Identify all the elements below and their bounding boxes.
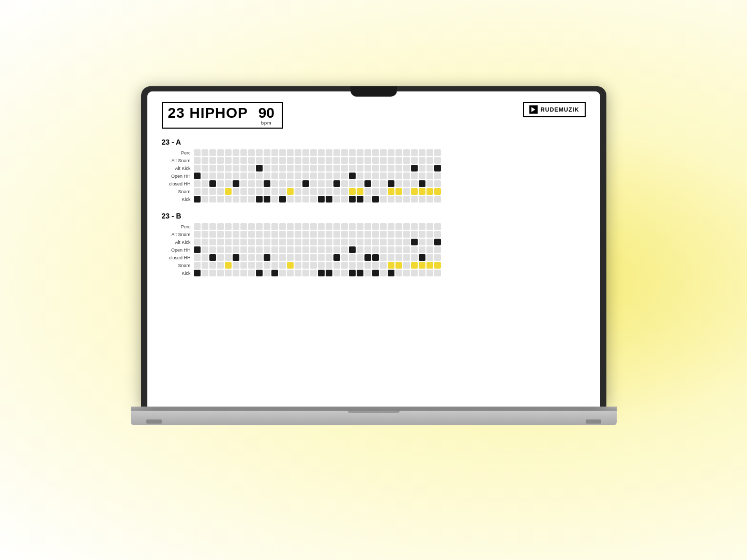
beat-cell[interactable] [233,173,239,179]
beat-cell[interactable] [388,239,394,245]
beat-cell[interactable] [310,231,317,238]
beat-cell[interactable] [357,188,363,195]
beat-cell[interactable] [240,165,247,172]
beat-cell[interactable] [364,180,371,187]
beat-cell[interactable] [240,223,247,230]
beat-cell[interactable] [426,180,433,187]
beat-cell[interactable] [225,173,232,179]
beat-cell[interactable] [295,239,301,245]
beat-cell[interactable] [264,262,270,269]
beat-cell[interactable] [233,188,239,195]
beat-cell[interactable] [364,270,371,276]
beat-cell[interactable] [341,239,348,245]
beat-cell[interactable] [388,180,394,187]
beat-cell[interactable] [279,254,286,261]
beat-cell[interactable] [364,149,371,156]
beat-cell[interactable] [326,149,332,156]
beat-cell[interactable] [194,231,201,238]
beat-cell[interactable] [434,149,441,156]
beat-cell[interactable] [302,180,309,187]
beat-cell[interactable] [388,196,394,203]
beat-cell[interactable] [364,254,371,261]
beat-cell[interactable] [388,223,394,230]
beat-cell[interactable] [419,157,425,164]
beat-cell[interactable] [225,180,232,187]
beat-cell[interactable] [302,165,309,172]
beat-cell[interactable] [295,157,301,164]
beat-cell[interactable] [395,262,402,269]
beat-cell[interactable] [240,196,247,203]
beat-cell[interactable] [209,270,216,276]
beat-cell[interactable] [233,262,239,269]
beat-cell[interactable] [248,157,255,164]
beat-cell[interactable] [411,180,418,187]
beat-cell[interactable] [225,231,232,238]
beat-cell[interactable] [380,246,387,253]
beat-cell[interactable] [225,157,232,164]
beat-cell[interactable] [271,246,278,253]
beat-cell[interactable] [233,270,239,276]
beat-cell[interactable] [333,149,340,156]
beat-cell[interactable] [225,262,232,269]
beat-cell[interactable] [318,254,325,261]
beat-cell[interactable] [194,239,201,245]
beat-cell[interactable] [426,173,433,179]
beat-cell[interactable] [357,196,363,203]
beat-cell[interactable] [411,196,418,203]
beat-cell[interactable] [341,157,348,164]
beat-cell[interactable] [209,173,216,179]
beat-cell[interactable] [357,270,363,276]
beat-cell[interactable] [426,270,433,276]
beat-cell[interactable] [364,173,371,179]
beat-cell[interactable] [333,231,340,238]
beat-cell[interactable] [302,157,309,164]
beat-cell[interactable] [302,231,309,238]
beat-cell[interactable] [194,254,201,261]
beat-cell[interactable] [240,262,247,269]
beat-cell[interactable] [248,246,255,253]
beat-cell[interactable] [256,270,263,276]
beat-cell[interactable] [217,157,224,164]
beat-cell[interactable] [194,246,201,253]
beat-cell[interactable] [318,223,325,230]
beat-cell[interactable] [403,270,410,276]
beat-cell[interactable] [279,165,286,172]
beat-cell[interactable] [388,173,394,179]
beat-cell[interactable] [295,223,301,230]
beat-cell[interactable] [302,270,309,276]
beat-cell[interactable] [271,196,278,203]
beat-cell[interactable] [233,246,239,253]
beat-cell[interactable] [318,196,325,203]
beat-cell[interactable] [419,223,425,230]
beat-cell[interactable] [310,188,317,195]
beat-cell[interactable] [326,196,332,203]
beat-cell[interactable] [419,262,425,269]
beat-cell[interactable] [333,262,340,269]
beat-cell[interactable] [434,173,441,179]
beat-cell[interactable] [248,180,255,187]
beat-cell[interactable] [419,165,425,172]
beat-cell[interactable] [240,149,247,156]
beat-cell[interactable] [380,180,387,187]
beat-cell[interactable] [279,231,286,238]
beat-cell[interactable] [380,270,387,276]
beat-cell[interactable] [202,188,208,195]
beat-cell[interactable] [395,231,402,238]
beat-cell[interactable] [426,246,433,253]
beat-cell[interactable] [434,239,441,245]
beat-cell[interactable] [380,188,387,195]
beat-cell[interactable] [333,223,340,230]
beat-cell[interactable] [333,180,340,187]
beat-cell[interactable] [217,262,224,269]
beat-cell[interactable] [395,165,402,172]
beat-cell[interactable] [349,157,356,164]
beat-cell[interactable] [341,173,348,179]
beat-cell[interactable] [217,223,224,230]
beat-cell[interactable] [357,180,363,187]
beat-cell[interactable] [287,254,294,261]
beat-cell[interactable] [302,262,309,269]
beat-cell[interactable] [233,231,239,238]
beat-cell[interactable] [419,246,425,253]
beat-cell[interactable] [333,173,340,179]
beat-cell[interactable] [256,231,263,238]
